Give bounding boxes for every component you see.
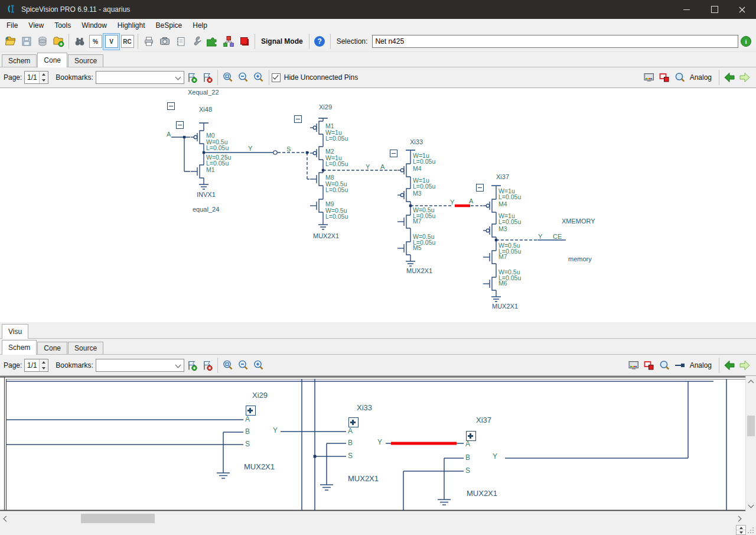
scroll-left-button[interactable]	[1, 514, 11, 523]
hierarchy-button[interactable]	[220, 34, 236, 50]
percent-button[interactable]: %	[87, 34, 103, 50]
tab-cone-bottom[interactable]: Cone	[37, 342, 67, 354]
spin-down-button[interactable]	[737, 530, 745, 534]
tab-source-bottom[interactable]: Source	[68, 342, 103, 354]
tab-schem-bottom[interactable]: Schem	[2, 340, 37, 355]
cell-label: memory	[568, 255, 592, 262]
color-display-button[interactable]	[641, 70, 657, 85]
open-button[interactable]	[2, 34, 18, 50]
add-bookmark-button[interactable]	[184, 70, 200, 85]
zoom-in-button[interactable]	[251, 358, 266, 373]
zoom-out-button[interactable]	[236, 358, 251, 373]
expand-button-xi29[interactable]	[246, 406, 256, 416]
scroll-down-button[interactable]	[746, 500, 755, 510]
report-button[interactable]	[172, 34, 188, 50]
page-spinner[interactable]: 1/1	[24, 359, 48, 372]
analog-button[interactable]: Analog	[690, 73, 712, 82]
vertical-scroll-thumb[interactable]	[747, 416, 755, 436]
menu-highlight[interactable]: Highlight	[112, 19, 151, 31]
analog-button[interactable]: Analog	[690, 361, 712, 369]
resize-grip[interactable]	[748, 527, 754, 533]
collapse-button-xi48[interactable]	[176, 121, 184, 129]
zoom-out-button[interactable]	[236, 70, 251, 85]
page-label: Page:	[4, 73, 22, 82]
collapse-button-xi33[interactable]	[390, 150, 397, 157]
device-name: M3	[413, 190, 422, 197]
cell-label: INVX1	[197, 191, 216, 198]
bookmarks-combo[interactable]	[96, 359, 184, 372]
toolbar-separator	[255, 34, 255, 49]
corner-spinner[interactable]	[736, 525, 746, 535]
info-icon[interactable]: i	[741, 36, 751, 47]
horizontal-scrollbar[interactable]	[0, 512, 745, 525]
page-up-button[interactable]	[40, 72, 48, 77]
forward-button[interactable]	[737, 358, 752, 373]
minimize-button[interactable]	[673, 0, 700, 19]
back-button[interactable]	[722, 358, 737, 373]
cone-canvas[interactable]: Xequal_22 Xi48 INVX1 equal_24 Xi29 MUX2X…	[0, 88, 756, 322]
spin-up-button[interactable]	[737, 526, 745, 530]
highlight-area-button[interactable]	[641, 358, 657, 373]
page-down-button[interactable]	[40, 77, 48, 83]
menu-help[interactable]: Help	[187, 19, 213, 31]
find-button[interactable]	[71, 34, 87, 50]
expand-button-xi33[interactable]	[348, 417, 359, 427]
menu-view[interactable]: View	[23, 19, 49, 31]
magnify-button[interactable]	[657, 358, 672, 373]
tab-source-top[interactable]: Source	[68, 54, 103, 67]
vertical-scrollbar[interactable]	[745, 376, 756, 512]
tab-schem-top[interactable]: Schem	[2, 54, 37, 67]
add-folder-button[interactable]	[50, 34, 66, 50]
back-button[interactable]	[722, 70, 737, 85]
color-display-button[interactable]	[626, 358, 641, 373]
horizontal-scroll-thumb[interactable]	[81, 514, 155, 523]
add-bookmark-button[interactable]	[184, 358, 200, 373]
database-button[interactable]	[34, 34, 50, 50]
page-up-button[interactable]	[40, 359, 48, 365]
page-spinner[interactable]: 1/1	[24, 71, 48, 84]
menu-file[interactable]: File	[1, 19, 23, 31]
arrow-left-icon	[723, 359, 736, 371]
menu-bespice[interactable]: BeSpice	[151, 19, 188, 31]
add-folder-icon	[53, 35, 64, 47]
tab-cone-top[interactable]: Cone	[37, 53, 67, 67]
maximize-button[interactable]	[700, 0, 728, 19]
toolbar-separator	[719, 358, 719, 373]
settings-button[interactable]	[188, 34, 204, 50]
probe-button[interactable]	[672, 358, 687, 373]
help-button[interactable]: ?	[312, 34, 328, 50]
delete-bookmark-button[interactable]	[200, 70, 215, 85]
delete-bookmark-button[interactable]	[200, 358, 215, 373]
collapse-button-xi29[interactable]	[294, 115, 302, 123]
tab-visu[interactable]: Visu	[2, 324, 28, 339]
scroll-right-button[interactable]	[734, 514, 743, 523]
scroll-up-button[interactable]	[746, 378, 755, 387]
stop-button[interactable]	[236, 34, 252, 50]
bookmarks-combo[interactable]	[96, 71, 184, 84]
zoom-in-button[interactable]	[251, 70, 266, 85]
menu-window[interactable]: Window	[76, 19, 112, 31]
schem-canvas[interactable]: Xi29 MUX2X1 A B S Y Xi33 MUX2X1 A B S Y …	[0, 376, 745, 512]
highlight-area-button[interactable]	[657, 70, 672, 85]
snapshot-button[interactable]	[157, 34, 172, 50]
magnify-button[interactable]	[672, 70, 687, 85]
page-down-button[interactable]	[40, 365, 48, 371]
print-button[interactable]	[141, 34, 157, 50]
zoom-fit-button[interactable]	[220, 358, 236, 373]
forward-button[interactable]	[737, 70, 752, 85]
plugin-button[interactable]	[204, 34, 220, 50]
hide-pins-checkbox[interactable]	[272, 73, 281, 82]
signal-mode-button[interactable]: Signal Mode	[261, 37, 303, 46]
collapse-button-xi37[interactable]	[476, 184, 484, 192]
chevron-down-icon	[175, 74, 181, 80]
close-button[interactable]	[728, 0, 756, 19]
selection-input[interactable]	[372, 35, 738, 48]
rc-button[interactable]: RC	[119, 34, 135, 50]
voltage-button[interactable]: V	[103, 34, 119, 50]
save-button[interactable]	[18, 34, 34, 50]
view-tabs-top: Schem Cone Source	[0, 52, 756, 67]
zoom-fit-button[interactable]	[220, 70, 236, 85]
collapse-button-xequal22[interactable]	[167, 102, 175, 110]
menu-tools[interactable]: Tools	[49, 19, 76, 31]
hide-pins-label[interactable]: Hide Unconnected Pins	[284, 73, 358, 82]
